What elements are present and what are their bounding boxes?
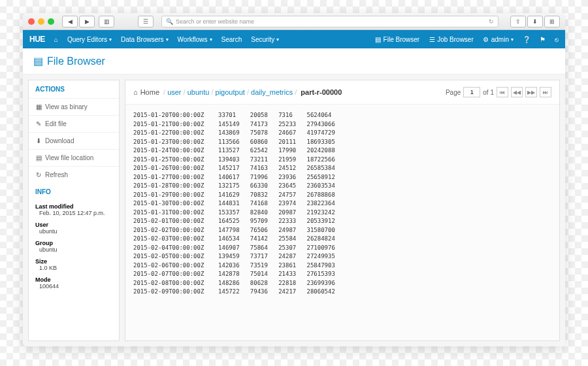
content-panel: ⌂Home / user / ubuntu / pigoutput / dail… <box>125 80 560 341</box>
action-icon: ▤ <box>35 154 42 161</box>
info-user: ubuntu <box>29 228 119 237</box>
list-icon: ☰ <box>429 36 435 43</box>
app-topnav: HUE ⌂ Query Editors▾ Data Browsers▾ Work… <box>23 30 565 48</box>
info-group: ubuntu <box>29 246 119 256</box>
sidebar-action[interactable]: ▦View as binary <box>29 98 119 115</box>
forward-button[interactable]: ▶ <box>79 16 95 27</box>
browser-window: ◀ ▶ ▥ ☰ 🔍 Search or enter website name ↻… <box>23 13 565 346</box>
menu-search[interactable]: Search <box>221 36 242 43</box>
maximize-icon[interactable] <box>48 18 54 25</box>
flag-icon[interactable]: ⚑ <box>540 36 546 43</box>
file-contents: 2015-01-20T00:00:00Z 33701 20058 7316 56… <box>125 105 559 341</box>
breadcrumb-link[interactable]: pigoutput <box>216 88 245 96</box>
actions-header: ACTIONS <box>29 80 119 98</box>
info-size-label: Size <box>29 256 119 265</box>
sidebar-action[interactable]: ⬇Download <box>29 132 119 149</box>
page-input[interactable] <box>463 87 480 97</box>
page-first-button[interactable]: ⏮ <box>497 87 508 97</box>
app-logo[interactable]: HUE <box>29 35 45 44</box>
chevron-down-icon: ▾ <box>511 37 514 42</box>
menu-workflows[interactable]: Workflows▾ <box>178 36 212 43</box>
file-icon: ▤ <box>33 55 43 67</box>
file-icon: ▤ <box>375 36 382 43</box>
nav-file-browser[interactable]: ▤File Browser <box>375 36 420 43</box>
breadcrumb: ⌂Home / user / ubuntu / pigoutput / dail… <box>125 80 559 105</box>
info-user-label: User <box>29 219 119 228</box>
nav-job-browser[interactable]: ☰Job Browser <box>429 36 474 43</box>
reader-button[interactable]: ☰ <box>138 16 154 27</box>
info-last-modified: Feb. 10, 2015 12:47 p.m. <box>29 210 119 219</box>
address-placeholder: Search or enter website name <box>176 18 254 25</box>
sidebar-toggle-button[interactable]: ▥ <box>99 16 114 27</box>
titlebar: ◀ ▶ ▥ ☰ 🔍 Search or enter website name ↻… <box>23 13 565 30</box>
menu-data-browsers[interactable]: Data Browsers▾ <box>121 36 169 43</box>
back-button[interactable]: ◀ <box>62 16 78 27</box>
action-icon: ▦ <box>35 103 42 110</box>
sidebar: ACTIONS ▦View as binary✎Edit file⬇Downlo… <box>28 80 120 341</box>
chevron-down-icon: ▾ <box>210 37 212 42</box>
home-icon[interactable]: ⌂ <box>54 36 58 43</box>
home-icon: ⌂ <box>133 88 138 96</box>
help-icon[interactable]: ❔ <box>523 36 531 43</box>
info-group-label: Group <box>29 237 119 246</box>
breadcrumb-current: part-r-00000 <box>301 88 342 96</box>
action-icon: ✎ <box>35 120 42 127</box>
sidebar-action[interactable]: ▤View file location <box>29 149 119 166</box>
info-mode-label: Mode <box>29 274 119 283</box>
reload-icon[interactable]: ↻ <box>489 18 494 25</box>
share-button[interactable]: ⇪ <box>510 16 526 27</box>
gear-icon: ⚙ <box>483 36 489 43</box>
breadcrumb-link[interactable]: ubuntu <box>188 88 210 96</box>
info-size: 1.0 KB <box>29 265 119 274</box>
info-last-modified-label: Last modified <box>29 201 119 210</box>
chevron-down-icon: ▾ <box>109 37 112 42</box>
page-prev-button[interactable]: ◀◀ <box>511 87 523 97</box>
menu-query-editors[interactable]: Query Editors▾ <box>67 36 112 43</box>
nav-user-menu[interactable]: ⚙admin▾ <box>483 36 514 43</box>
info-header: INFO <box>29 183 119 201</box>
minimize-icon[interactable] <box>38 18 44 25</box>
page-next-button[interactable]: ▶▶ <box>525 87 537 97</box>
breadcrumb-link[interactable]: daily_metrics <box>251 88 293 96</box>
info-mode: 100644 <box>29 283 119 292</box>
logout-icon[interactable]: ⎋ <box>555 36 559 43</box>
page-title: ▤ File Browser <box>23 48 565 75</box>
search-icon: 🔍 <box>166 18 173 25</box>
tabs-button[interactable]: ⊞ <box>544 16 560 27</box>
downloads-button[interactable]: ⬇ <box>527 16 543 27</box>
chevron-down-icon: ▾ <box>166 37 169 42</box>
action-icon: ↻ <box>35 171 42 178</box>
sidebar-action[interactable]: ↻Refresh <box>29 166 119 183</box>
close-icon[interactable] <box>28 18 35 25</box>
menu-security[interactable]: Security▾ <box>251 36 279 43</box>
breadcrumb-link[interactable]: user <box>167 88 181 96</box>
window-controls <box>28 18 54 25</box>
address-bar[interactable]: 🔍 Search or enter website name ↻ <box>161 16 498 27</box>
pager: Page of 1 ⏮ ◀◀ ▶▶ ⏭ <box>446 87 551 97</box>
action-icon: ⬇ <box>35 137 42 144</box>
page-last-button[interactable]: ⏭ <box>540 87 551 97</box>
breadcrumb-home[interactable]: ⌂Home <box>133 88 159 96</box>
sidebar-action[interactable]: ✎Edit file <box>29 115 119 132</box>
chevron-down-icon: ▾ <box>276 37 279 42</box>
